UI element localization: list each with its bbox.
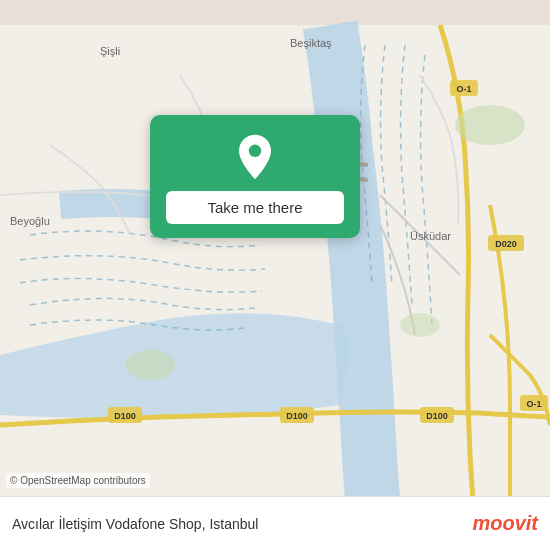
svg-text:D100: D100 <box>114 411 136 421</box>
moovit-logo-text: moovit <box>472 512 538 535</box>
svg-point-2 <box>125 350 175 380</box>
svg-text:Üsküdar: Üsküdar <box>410 230 451 242</box>
svg-point-21 <box>249 145 261 157</box>
svg-text:O-1: O-1 <box>456 84 471 94</box>
bottom-bar: Avcılar İletişim Vodafone Shop, Istanbul… <box>0 496 550 550</box>
svg-text:Beyoğlu: Beyoğlu <box>10 215 50 227</box>
svg-text:D100: D100 <box>426 411 448 421</box>
svg-point-1 <box>455 105 525 145</box>
svg-text:D020: D020 <box>495 239 517 249</box>
svg-text:D100: D100 <box>286 411 308 421</box>
take-me-there-button[interactable]: Take me there <box>166 191 344 224</box>
svg-text:Beşiktaş: Beşiktaş <box>290 37 332 49</box>
location-name: Avcılar İletişim Vodafone Shop, Istanbul <box>12 516 258 532</box>
map-attribution: © OpenStreetMap contributors <box>6 473 150 488</box>
moovit-logo: moovit <box>472 512 538 535</box>
svg-point-3 <box>400 313 440 337</box>
map-background: D100 D100 D100 D020 O-1 O-1 Şişli Beşikt… <box>0 0 550 550</box>
location-card: Take me there <box>150 115 360 238</box>
location-pin-icon <box>231 133 279 181</box>
map-container: D100 D100 D100 D020 O-1 O-1 Şişli Beşikt… <box>0 0 550 550</box>
svg-text:O-1: O-1 <box>526 399 541 409</box>
svg-text:Şişli: Şişli <box>100 45 120 57</box>
